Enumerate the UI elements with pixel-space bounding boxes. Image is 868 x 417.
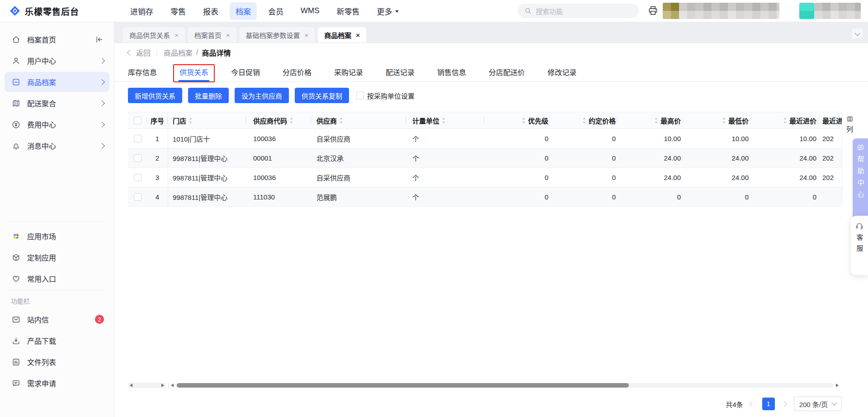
sort-caret-icon (582, 117, 587, 124)
topmenu-item[interactable]: 会员 (262, 2, 289, 20)
scrollbar-thumb[interactable] (177, 383, 629, 388)
column-header-max_price[interactable]: 最高价 (617, 112, 682, 128)
close-icon[interactable]: × (226, 31, 230, 39)
tabs-dropdown-button[interactable] (852, 28, 863, 38)
close-icon[interactable]: × (175, 31, 179, 39)
column-settings-button[interactable]: 列 (842, 112, 857, 133)
scroll-left-arrow-icon[interactable] (171, 384, 174, 387)
table-row[interactable]: 39987811|管理中心100036自采供应商个0024.0024.0024.… (128, 168, 842, 187)
column-header-supplier_code[interactable]: 供应商代码 (246, 112, 311, 128)
breadcrumb-parent[interactable]: 商品档案 (164, 47, 193, 58)
cell-store: 1010|门店十 (168, 129, 246, 148)
column-header-min_price[interactable]: 最低价 (682, 112, 750, 128)
user-area-redacted[interactable] (663, 3, 862, 19)
subtab-label: 修改记录 (547, 66, 576, 77)
sidebar-item[interactable]: 配送聚合 (5, 93, 109, 113)
toolbar-button[interactable]: 设为主供应商 (235, 88, 289, 103)
table-row[interactable]: 29987811|管理中心00001北京汉承个0024.0024.0024.00… (128, 148, 842, 168)
purchase-unit-checkbox[interactable] (356, 92, 364, 100)
back-chevron-icon[interactable] (127, 50, 133, 56)
topmenu-item[interactable]: 新零售 (331, 2, 366, 20)
scrollbar-track[interactable] (176, 383, 834, 388)
sort-caret-icon (188, 117, 193, 124)
sidebar-item[interactable]: 应用市场 (5, 226, 109, 246)
current-page-number[interactable]: 1 (762, 398, 775, 410)
toolbar-button[interactable]: 新增供货关系 (128, 88, 182, 103)
subtab[interactable]: 采购记录 (334, 62, 363, 81)
collapse-sidebar-icon[interactable] (94, 35, 104, 44)
open-tab[interactable]: 档案首页× (188, 27, 236, 43)
printer-icon[interactable] (647, 5, 659, 16)
subtab[interactable]: 供货关系 (179, 62, 208, 81)
subtab[interactable]: 修改记录 (547, 62, 576, 81)
cell-supplier: 自采供应商 (311, 168, 406, 187)
sidebar-section-label: 功能栏 (0, 290, 114, 308)
row-checkbox[interactable] (134, 193, 142, 201)
table-row[interactable]: 49987811|管理中心111030范展鹏个00000 (128, 187, 842, 207)
sidebar-item[interactable]: 档案首页 (5, 29, 109, 49)
search-input[interactable]: 搜索功能 (518, 4, 639, 18)
scroll-right-arrow-icon[interactable] (161, 384, 164, 387)
page-size-select[interactable]: 200 条/页 (794, 397, 842, 411)
column-header-priority[interactable]: 优先级 (484, 112, 550, 128)
cell-recent_time (818, 187, 842, 206)
row-checkbox[interactable] (134, 154, 142, 162)
cell-supplier_code: 100036 (246, 168, 311, 187)
subtab[interactable]: 分店配送价 (489, 62, 525, 81)
scroll-right-arrow-icon[interactable] (836, 384, 839, 387)
cell-priority: 0 (484, 129, 550, 148)
row-checkbox[interactable] (134, 135, 142, 142)
help-center-button[interactable]: 帮助中心 (853, 138, 868, 223)
topmenu-item[interactable]: 档案 (230, 2, 257, 20)
sidebar-item[interactable]: 常用入口 (5, 269, 109, 289)
active-underline (179, 80, 209, 81)
sidebar-item[interactable]: 定制应用 (5, 247, 109, 267)
column-label: 最近进价 (789, 116, 816, 125)
close-icon[interactable]: × (305, 31, 309, 39)
toolbar-button[interactable]: 批量删除 (188, 88, 229, 103)
open-tab[interactable]: 基础档案参数设置× (240, 27, 315, 43)
customer-service-button[interactable]: 客服 (851, 216, 868, 275)
sidebar-item[interactable]: 文件列表 (5, 352, 109, 372)
subtab[interactable]: 配送记录 (386, 62, 415, 81)
open-tab[interactable]: 商品档案× (318, 27, 366, 43)
subtab[interactable]: 库存信息 (128, 62, 157, 81)
horizontal-scrollbar-area (128, 382, 839, 389)
cell-text: 自采供应商 (316, 134, 350, 143)
cell-text: 100036 (253, 135, 276, 142)
subtab[interactable]: 今日促销 (231, 62, 260, 81)
sidebar-item[interactable]: 消息中心 (5, 136, 109, 156)
table-row[interactable]: 11010|门店十100036自采供应商个0010.0010.0010.0020… (128, 129, 842, 148)
header-checkbox[interactable] (134, 117, 142, 124)
close-icon[interactable]: × (356, 31, 360, 39)
sidebar-item[interactable]: 站内信2 (5, 309, 109, 329)
next-page-button[interactable] (781, 398, 788, 410)
sidebar-item[interactable]: 需求申请 (5, 373, 109, 393)
sidebar-item[interactable]: 费用中心 (5, 114, 109, 134)
topmenu-item[interactable]: 报表 (197, 2, 224, 20)
row-checkbox[interactable] (134, 174, 142, 181)
topmenu-item[interactable]: 更多 (371, 2, 405, 20)
sidebar-item[interactable]: 用户中心 (5, 51, 109, 71)
topmenu-item[interactable]: WMS (295, 3, 326, 19)
scroll-left-arrow-icon[interactable] (130, 384, 132, 387)
fixed-columns-scrollbar[interactable] (128, 383, 166, 388)
column-header-unit[interactable]: 计量单位 (406, 112, 484, 128)
cell-check (128, 187, 147, 206)
topmenu-item[interactable]: 零售 (165, 2, 192, 20)
subtab-label: 配送记录 (386, 66, 415, 77)
toolbar-button[interactable]: 供货关系复制 (295, 88, 349, 103)
sidebar-item[interactable]: 产品下载 (5, 331, 109, 351)
back-link[interactable]: 返回 (136, 47, 151, 58)
open-tab[interactable]: 商品供货关系× (123, 27, 185, 43)
sidebar-item[interactable]: 商品档案 (5, 72, 109, 92)
column-header-agreed_price[interactable]: 约定价格 (550, 112, 617, 128)
subtab[interactable]: 销售信息 (437, 62, 466, 81)
topmenu-item[interactable]: 进销存 (124, 2, 159, 20)
column-header-store[interactable]: 门店 (168, 112, 246, 128)
prev-page-button[interactable] (749, 398, 756, 410)
column-header-recent_price[interactable]: 最近进价 (750, 112, 818, 128)
subtab[interactable]: 分店价格 (283, 62, 311, 81)
column-header-supplier[interactable]: 供应商 (311, 112, 406, 128)
cell-priority: 0 (484, 187, 550, 206)
